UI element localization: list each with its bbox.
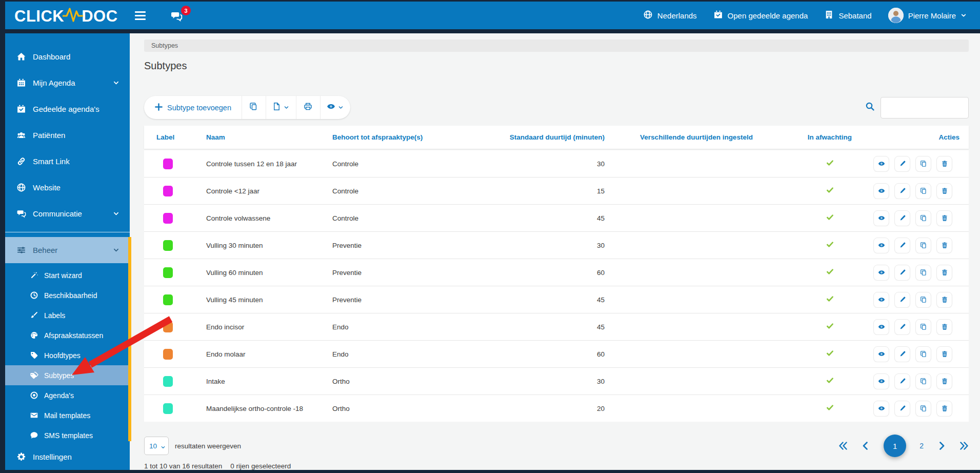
table-row[interactable]: Controle <12 jaar Controle 15 bbox=[144, 177, 969, 204]
table-row[interactable]: Endo incisor Endo 45 bbox=[144, 313, 969, 340]
table-row[interactable]: Vulling 45 minuten Preventie 45 bbox=[144, 286, 969, 313]
column-header-afspraaktype[interactable]: Behoort tot afspraaktype(s) bbox=[320, 133, 483, 141]
sidebar-subitem-mail-templates[interactable]: Mail templates bbox=[5, 405, 130, 425]
table-row[interactable]: Maandelijkse ortho-controle -18 Ortho 20 bbox=[144, 395, 969, 422]
sidebar-item-gedeelde-agenda-s[interactable]: Gedeelde agenda's bbox=[5, 96, 130, 122]
column-header-duurtijd[interactable]: Standaard duurtijd (minuten) bbox=[483, 133, 607, 141]
table-row[interactable]: Intake Ortho 30 bbox=[144, 367, 969, 395]
edit-row-button[interactable] bbox=[894, 401, 910, 417]
edit-row-button[interactable] bbox=[894, 156, 910, 172]
column-header-naam[interactable]: Naam bbox=[194, 133, 320, 141]
sidebar-item-mijn-agenda[interactable]: Mijn Agenda bbox=[5, 70, 130, 96]
table-row[interactable]: Vulling 60 minuten Preventie 60 bbox=[144, 259, 969, 286]
view-row-button[interactable] bbox=[873, 265, 889, 281]
practice-selector[interactable]: Sebatand bbox=[824, 10, 871, 21]
sidebar-subitem-hoofdtypes[interactable]: Hoofdtypes bbox=[5, 345, 130, 365]
page-size-select[interactable]: 10 bbox=[144, 437, 169, 455]
delete-row-button[interactable] bbox=[936, 346, 952, 362]
duplicate-row-button[interactable] bbox=[915, 210, 931, 226]
pagination-next-button[interactable] bbox=[937, 441, 946, 450]
delete-row-button[interactable] bbox=[936, 265, 952, 281]
sidebar-item-website[interactable]: Website bbox=[5, 174, 130, 201]
sidebar-subitem-sms-templates[interactable]: SMS templates bbox=[5, 425, 130, 445]
duplicate-row-button[interactable] bbox=[915, 346, 931, 362]
sidebar-subitem-labels[interactable]: Labels bbox=[5, 305, 130, 325]
edit-row-button[interactable] bbox=[894, 238, 910, 253]
sidebar-item-beheer[interactable]: Beheer bbox=[5, 237, 130, 263]
delete-row-button[interactable] bbox=[936, 238, 952, 253]
clickdoc-logo[interactable]: CLICK DOC bbox=[14, 5, 118, 26]
table-row[interactable]: Endo molaar Endo 60 bbox=[144, 340, 969, 367]
delete-row-button[interactable] bbox=[936, 156, 952, 172]
sidebar-item-instellingen[interactable]: Instellingen bbox=[5, 445, 130, 468]
pagination-prev-button[interactable] bbox=[861, 441, 870, 450]
export-document-button[interactable] bbox=[266, 96, 296, 119]
edit-row-button[interactable] bbox=[894, 346, 910, 362]
sidebar-item-communicatie[interactable]: Communicatie bbox=[5, 201, 130, 227]
sidebar-item-pati-nten[interactable]: Patiënten bbox=[5, 122, 130, 148]
delete-row-button[interactable] bbox=[936, 210, 952, 226]
sidebar-item-smart-link[interactable]: Smart Link bbox=[5, 148, 130, 174]
hamburger-menu-icon[interactable] bbox=[135, 9, 147, 22]
user-menu[interactable]: Pierre Molaire bbox=[888, 8, 967, 23]
view-row-button[interactable] bbox=[873, 183, 889, 199]
pagination-page-1[interactable]: 1 bbox=[884, 435, 906, 457]
edit-row-button[interactable] bbox=[894, 319, 910, 335]
chevron-down-icon bbox=[113, 80, 119, 86]
language-selector[interactable]: Nederlands bbox=[643, 10, 697, 21]
column-header-label[interactable]: Label bbox=[144, 133, 194, 141]
sidebar-subitem-afspraakstatussen[interactable]: Afspraakstatussen bbox=[5, 325, 130, 345]
chat-messages-button[interactable]: 3 bbox=[170, 8, 188, 23]
sidebar-subitem-beschikbaarheid[interactable]: Beschikbaarheid bbox=[5, 285, 130, 305]
sidebar: Dashboard Mijn Agenda Gedeelde agenda's … bbox=[5, 33, 130, 470]
copy-table-button[interactable] bbox=[242, 96, 266, 119]
pending-cell bbox=[786, 186, 873, 195]
delete-row-button[interactable] bbox=[936, 401, 952, 417]
sidebar-subitem-start-wizard[interactable]: Start wizard bbox=[5, 265, 130, 285]
column-header-verschillende-duurtijden[interactable]: Verschillende duurtijden ingesteld bbox=[607, 133, 786, 141]
edit-row-button[interactable] bbox=[894, 210, 910, 226]
pagination-page-2[interactable]: 2 bbox=[919, 442, 924, 450]
duplicate-row-button[interactable] bbox=[915, 401, 931, 417]
view-row-button[interactable] bbox=[873, 319, 889, 335]
view-row-button[interactable] bbox=[873, 292, 889, 308]
print-button[interactable] bbox=[296, 96, 320, 119]
duplicate-row-button[interactable] bbox=[915, 319, 931, 335]
duplicate-row-button[interactable] bbox=[915, 292, 931, 308]
pagination-last-button[interactable] bbox=[959, 441, 969, 450]
open-shared-agenda-button[interactable]: Open gedeelde agenda bbox=[713, 10, 808, 21]
column-header-in-afwachting[interactable]: In afwachting bbox=[786, 133, 873, 141]
view-row-button[interactable] bbox=[873, 238, 889, 253]
view-row-button[interactable] bbox=[873, 401, 889, 417]
view-row-button[interactable] bbox=[873, 373, 889, 389]
duplicate-row-button[interactable] bbox=[915, 183, 931, 199]
check-icon bbox=[826, 159, 834, 167]
delete-row-button[interactable] bbox=[936, 292, 952, 308]
view-row-button[interactable] bbox=[873, 346, 889, 362]
pagination-first-button[interactable] bbox=[838, 441, 848, 450]
duplicate-row-button[interactable] bbox=[915, 238, 931, 253]
subtype-name-cell: Vulling 30 minuten bbox=[194, 242, 320, 249]
delete-row-button[interactable] bbox=[936, 319, 952, 335]
table-row[interactable]: Controle volwassene Controle 45 bbox=[144, 204, 969, 231]
search-input[interactable] bbox=[881, 97, 969, 119]
delete-row-button[interactable] bbox=[936, 183, 952, 199]
delete-row-button[interactable] bbox=[936, 373, 952, 389]
edit-row-button[interactable] bbox=[894, 265, 910, 281]
column-visibility-button[interactable] bbox=[320, 96, 350, 119]
gear-icon bbox=[16, 452, 26, 462]
duplicate-row-button[interactable] bbox=[915, 156, 931, 172]
table-row[interactable]: Controle tussen 12 en 18 jaar Controle 3… bbox=[144, 150, 969, 177]
edit-row-button[interactable] bbox=[894, 183, 910, 199]
view-row-button[interactable] bbox=[873, 156, 889, 172]
duplicate-row-button[interactable] bbox=[915, 265, 931, 281]
view-row-button[interactable] bbox=[873, 210, 889, 226]
edit-row-button[interactable] bbox=[894, 373, 910, 389]
sidebar-subitem-agenda-s[interactable]: Agenda's bbox=[5, 385, 130, 405]
sidebar-subitem-subtypes[interactable]: Subtypes bbox=[5, 365, 130, 385]
duplicate-row-button[interactable] bbox=[915, 373, 931, 389]
edit-row-button[interactable] bbox=[894, 292, 910, 308]
table-row[interactable]: Vulling 30 minuten Preventie 30 bbox=[144, 231, 969, 259]
add-subtype-button[interactable]: Subtype toevoegen bbox=[144, 96, 242, 119]
sidebar-item-dashboard[interactable]: Dashboard bbox=[5, 44, 130, 70]
